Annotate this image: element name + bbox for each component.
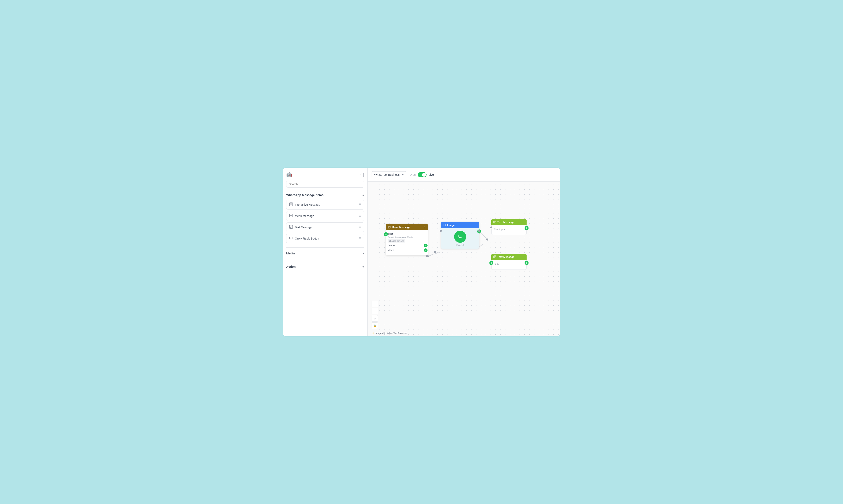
section-whatsapp-message-items[interactable]: WhatsApp Message Items ∧	[286, 192, 364, 198]
menu-item-video-label: Video	[388, 249, 394, 252]
menu-node-title: Menu Message	[392, 226, 410, 229]
section-title-whatsapp: WhatsApp Message Items	[286, 193, 323, 197]
draft-live-toggle: Draft Live	[410, 172, 434, 177]
app-container: 🤖 ←| WhatsApp Message Items ∧ Interactiv…	[283, 167, 560, 337]
text-message-icon	[289, 225, 293, 230]
sidebar-top: 🤖 ←|	[286, 172, 364, 178]
sidebar-item-menu-message[interactable]: Menu Message ⠿	[286, 211, 364, 221]
whatsapp-logo	[454, 231, 466, 243]
drag-handle-text[interactable]: ⠿	[359, 226, 361, 229]
text1-node-header: Text Message ⋮	[491, 219, 526, 225]
search-input[interactable]	[286, 181, 364, 187]
text2-three-dots[interactable]: ⋮	[522, 255, 524, 258]
menu-node-body-text: Test	[388, 232, 426, 235]
menu-message-label: Menu Message	[295, 214, 314, 218]
live-label: Live	[429, 173, 434, 176]
chevron-up-icon: ∧	[362, 194, 364, 197]
connections-svg	[367, 182, 560, 336]
images-label: IMAGES	[456, 244, 465, 246]
section-title-media: Media	[286, 252, 295, 255]
svg-point-13	[427, 255, 429, 257]
main-canvas[interactable]: WhatsTool Business Draft Live	[367, 168, 560, 336]
section-media[interactable]: Media ∨	[286, 250, 364, 257]
workspace-select[interactable]: WhatsTool Business	[372, 171, 407, 178]
text2-body-text: Body	[494, 263, 499, 266]
live-toggle[interactable]	[418, 172, 427, 177]
svg-point-14	[434, 251, 436, 253]
quick-reply-icon	[289, 236, 293, 241]
menu-item-video-row: Video 🗑 +	[388, 248, 426, 252]
sidebar: 🤖 ←| WhatsApp Message Items ∧ Interactiv…	[283, 168, 367, 336]
text1-body-text: Thank you	[494, 228, 505, 231]
menu-node[interactable]: + Menu Message ⋮ Test Select the require…	[386, 224, 428, 255]
svg-rect-12	[289, 237, 292, 239]
svg-point-25	[486, 238, 488, 240]
video-underline	[388, 253, 395, 253]
svg-point-22	[457, 234, 463, 239]
text-node-2[interactable]: + Text Message ⋮ Body +	[491, 254, 526, 270]
lightning-icon: ⚡	[372, 332, 374, 334]
chevron-down-icon-action: ∨	[362, 265, 364, 268]
image-node[interactable]: Image ⋮ IMAGES +	[441, 222, 479, 249]
canvas-content: + Menu Message ⋮ Test Select the require…	[367, 182, 560, 336]
text2-right-add-port[interactable]: +	[524, 261, 528, 265]
sidebar-item-interactive-message[interactable]: Interactive Message ⠿	[286, 200, 364, 210]
zoom-out-button[interactable]: −	[372, 308, 378, 314]
text1-node-title: Text Message	[497, 221, 514, 223]
chevron-down-icon-media: ∨	[362, 252, 364, 255]
menu-item-image-row: Image 🗑 +	[388, 244, 426, 248]
menu-item-image-label: Image	[388, 244, 395, 247]
image-node-title: Image	[447, 223, 455, 227]
menu-node-menu-icon[interactable]: ⋮	[423, 226, 426, 229]
robot-icon: 🤖	[286, 172, 292, 178]
text1-node-body: Thank you	[491, 225, 526, 235]
menu-node-left-port[interactable]: +	[384, 232, 388, 236]
powered-by-text: powered by WhatsTool Business	[375, 332, 407, 334]
text1-three-dots[interactable]: ⋮	[522, 220, 524, 223]
sidebar-item-quick-reply[interactable]: Quick Reply Button ⠿	[286, 234, 364, 244]
text-message-label: Text Message	[295, 226, 312, 229]
text2-node-body: Body	[491, 260, 526, 270]
image-right-add-port[interactable]: +	[477, 230, 481, 233]
menu-node-body: Test Select the required Media choose an…	[386, 230, 428, 255]
divider-2	[286, 260, 364, 261]
text1-right-add-port[interactable]: +	[524, 226, 528, 230]
toggle-thumb	[422, 173, 426, 177]
top-bar: WhatsTool Business Draft Live	[367, 168, 560, 182]
text1-left-port	[490, 226, 492, 229]
drag-handle-menu[interactable]: ⠿	[359, 215, 361, 217]
image-port-add[interactable]: +	[424, 244, 428, 247]
text2-node-title: Text Message	[497, 255, 514, 258]
menu-node-hint: Select the required Media	[388, 236, 426, 238]
drag-handle-quick-reply[interactable]: ⠿	[359, 237, 361, 240]
svg-line-26	[427, 252, 441, 256]
interactive-message-label: Interactive Message	[295, 203, 320, 206]
divider-1	[286, 247, 364, 248]
zoom-controls: + − ⤢ 🔒	[372, 301, 378, 329]
image-node-menu-icon[interactable]: ⋮	[474, 223, 477, 227]
section-title-action: Action	[286, 265, 296, 268]
powered-by: ⚡ powered by WhatsTool Business	[372, 332, 407, 335]
connector-line	[367, 182, 560, 336]
text-node-1[interactable]: Text Message ⋮ Thank you +	[491, 219, 526, 235]
image-node-body: IMAGES	[441, 228, 479, 249]
image-node-header: Image ⋮	[441, 222, 479, 228]
collapse-icon[interactable]: ←|	[359, 173, 364, 177]
menu-message-icon	[289, 214, 293, 218]
section-action[interactable]: Action ∨	[286, 263, 364, 270]
quick-reply-label: Quick Reply Button	[295, 237, 319, 240]
zoom-in-button[interactable]: +	[372, 301, 378, 307]
menu-node-sub-hint: choose anyone	[388, 239, 406, 242]
drag-handle-interactive[interactable]: ⠿	[359, 203, 361, 206]
text2-node-header: Text Message ⋮	[491, 254, 526, 260]
draft-label: Draft	[410, 173, 416, 176]
sidebar-item-text-message[interactable]: Text Message ⠿	[286, 222, 364, 232]
video-port-add[interactable]: +	[424, 248, 428, 252]
image-left-port	[440, 230, 442, 232]
interactive-message-icon	[289, 202, 293, 207]
text2-left-add-port[interactable]: +	[489, 261, 494, 265]
fit-button[interactable]: ⤢	[372, 315, 378, 322]
lock-button[interactable]: 🔒	[372, 322, 378, 329]
menu-node-header: Menu Message ⋮	[386, 224, 428, 230]
